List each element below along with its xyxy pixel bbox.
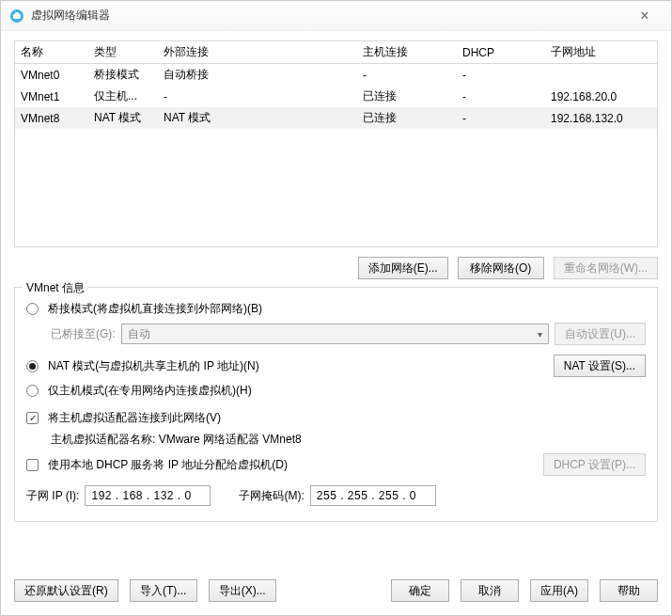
network-buttons: 添加网络(E)... 移除网络(O) 重命名网络(W)...: [14, 257, 658, 279]
cell-host: 已连接: [357, 107, 457, 129]
cell-subnet: 192.168.20.0: [545, 86, 657, 107]
table-row[interactable]: VMnet0 桥接模式 自动桥接 - -: [15, 64, 657, 87]
import-button[interactable]: 导入(T)...: [130, 579, 197, 602]
cell-host: 已连接: [357, 86, 457, 107]
table-header-row[interactable]: 名称 类型 外部连接 主机连接 DHCP 子网地址: [15, 41, 657, 64]
export-button[interactable]: 导出(X)...: [209, 579, 276, 602]
cell-type: NAT 模式: [88, 107, 158, 129]
cell-subnet: [545, 64, 657, 87]
cell-ext: 自动桥接: [158, 64, 357, 87]
svg-rect-2: [15, 12, 19, 15]
cell-type: 桥接模式: [88, 64, 158, 87]
cell-subnet: 192.168.132.0: [545, 107, 657, 129]
subnet-mask-input[interactable]: 255 . 255 . 255 . 0: [310, 485, 436, 506]
dhcp-settings-button: DHCP 设置(P)...: [543, 453, 646, 476]
subnet-ip-label: 子网 IP (I):: [26, 488, 79, 504]
subnet-ip-input[interactable]: 192 . 168 . 132 . 0: [85, 485, 211, 506]
apply-button[interactable]: 应用(A): [530, 579, 588, 602]
bridged-to-row: 已桥接至(G): 自动 ▾ 自动设置(U)...: [26, 323, 646, 345]
auto-settings-button: 自动设置(U)...: [555, 323, 646, 345]
col-host[interactable]: 主机连接: [357, 41, 457, 64]
cell-name: VMnet8: [15, 107, 88, 129]
help-button[interactable]: 帮助: [600, 579, 658, 602]
cancel-button[interactable]: 取消: [461, 579, 519, 602]
cell-dhcp: -: [457, 64, 545, 87]
radio-nat[interactable]: [26, 360, 39, 372]
bridged-to-label: 已桥接至(G):: [51, 326, 116, 342]
rename-network-button: 重命名网络(W)...: [554, 257, 658, 279]
bridge-mode-label: 桥接模式(将虚拟机直接连接到外部网络)(B): [48, 301, 262, 317]
bridge-mode-row[interactable]: 桥接模式(将虚拟机直接连接到外部网络)(B): [26, 301, 646, 317]
dialog-body: 名称 类型 外部连接 主机连接 DHCP 子网地址 VMnet0 桥接模式 自动…: [1, 31, 671, 570]
host-adapter-check-row[interactable]: ✓ 将主机虚拟适配器连接到此网络(V): [26, 410, 646, 426]
radio-bridge[interactable]: [26, 303, 39, 315]
nat-settings-button[interactable]: NAT 设置(S)...: [554, 355, 646, 377]
window-title: 虚拟网络编辑器: [31, 8, 626, 24]
close-icon[interactable]: ×: [626, 1, 664, 30]
dhcp-check-label: 使用本地 DHCP 服务将 IP 地址分配给虚拟机(D): [48, 457, 288, 473]
col-subnet[interactable]: 子网地址: [545, 41, 657, 64]
remove-network-button[interactable]: 移除网络(O): [458, 257, 544, 279]
group-legend: VMnet 信息: [23, 280, 88, 296]
cell-dhcp: -: [457, 86, 545, 107]
cell-ext: -: [158, 86, 357, 107]
virtual-network-editor-window: 虚拟网络编辑器 × 名称 类型 外部连接 主机连接 DHCP 子网地址: [0, 0, 672, 616]
cell-ext: NAT 模式: [158, 107, 357, 129]
cell-name: VMnet1: [15, 86, 88, 107]
network-table[interactable]: 名称 类型 外部连接 主机连接 DHCP 子网地址 VMnet0 桥接模式 自动…: [14, 40, 658, 247]
checkbox-dhcp[interactable]: ✓: [26, 459, 39, 471]
col-name[interactable]: 名称: [15, 41, 88, 64]
hostonly-mode-row[interactable]: 仅主机模式(在专用网络内连接虚拟机)(H): [26, 383, 646, 399]
dhcp-check-row[interactable]: ✓ 使用本地 DHCP 服务将 IP 地址分配给虚拟机(D) DHCP 设置(P…: [26, 453, 646, 476]
titlebar: 虚拟网络编辑器 ×: [1, 1, 671, 31]
add-network-button[interactable]: 添加网络(E)...: [358, 257, 448, 279]
subnet-mask-label: 子网掩码(M):: [239, 488, 304, 504]
vmnet-info-group: VMnet 信息 桥接模式(将虚拟机直接连接到外部网络)(B) 已桥接至(G):…: [14, 287, 658, 522]
col-dhcp[interactable]: DHCP: [457, 41, 545, 64]
cell-type: 仅主机...: [88, 86, 158, 107]
table-row[interactable]: VMnet8 NAT 模式 NAT 模式 已连接 - 192.168.132.0: [15, 107, 657, 129]
col-type[interactable]: 类型: [88, 41, 158, 64]
cell-name: VMnet0: [15, 64, 88, 87]
app-icon: [8, 8, 25, 24]
radio-hostonly[interactable]: [26, 385, 39, 397]
host-adapter-check-label: 将主机虚拟适配器连接到此网络(V): [48, 410, 221, 426]
checkbox-host-adapter[interactable]: ✓: [26, 412, 39, 424]
nat-mode-row[interactable]: NAT 模式(与虚拟机共享主机的 IP 地址)(N) NAT 设置(S)...: [26, 355, 646, 377]
table-row[interactable]: VMnet1 仅主机... - 已连接 - 192.168.20.0: [15, 86, 657, 107]
col-ext[interactable]: 外部连接: [158, 41, 357, 64]
chevron-down-icon: ▾: [538, 329, 542, 340]
cell-host: -: [357, 64, 457, 87]
host-adapter-name-row: 主机虚拟适配器名称: VMware 网络适配器 VMnet8: [26, 432, 646, 448]
host-adapter-name: 主机虚拟适配器名称: VMware 网络适配器 VMnet8: [51, 432, 302, 448]
subnet-row: 子网 IP (I): 192 . 168 . 132 . 0 子网掩码(M): …: [26, 485, 646, 506]
cell-dhcp: -: [457, 107, 545, 129]
hostonly-mode-label: 仅主机模式(在专用网络内连接虚拟机)(H): [48, 383, 252, 399]
bridged-to-select: 自动 ▾: [121, 324, 550, 344]
ok-button[interactable]: 确定: [391, 579, 449, 602]
dialog-footer: 还原默认设置(R) 导入(T)... 导出(X)... 确定 取消 应用(A) …: [1, 570, 671, 615]
bridged-to-value: 自动: [128, 326, 150, 342]
restore-defaults-button[interactable]: 还原默认设置(R): [14, 579, 118, 602]
nat-mode-label: NAT 模式(与虚拟机共享主机的 IP 地址)(N): [48, 358, 259, 374]
